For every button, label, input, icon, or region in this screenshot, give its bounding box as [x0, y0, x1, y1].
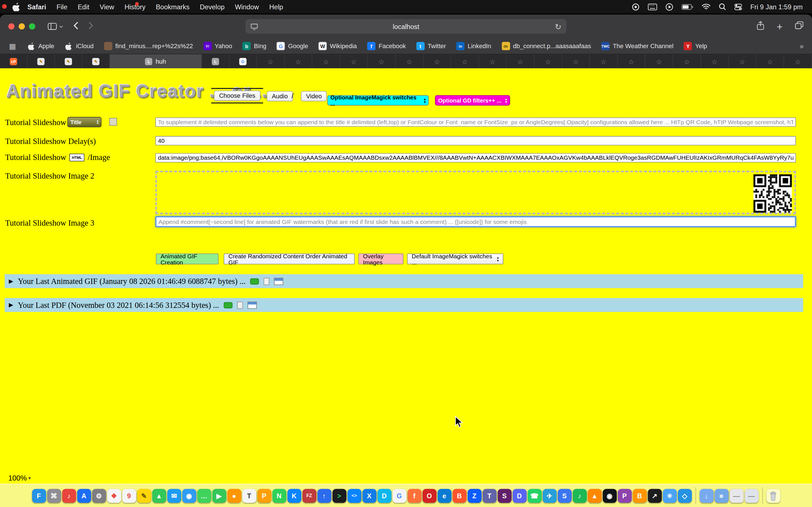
empty-favorite-tab-20[interactable]: ☆ — [784, 54, 812, 69]
imagemagick-switches-select[interactable]: Optional ImageMagick switches ... ▴▾ — [327, 95, 429, 106]
choose-files-button[interactable]: Choose Files — [214, 91, 260, 101]
dock-icon-firefox[interactable]: f — [407, 489, 421, 503]
dock-icon-app-store[interactable]: A — [77, 489, 91, 503]
last-pdf-accordion[interactable]: ▶ Your Last PDF (November 03 2021 06:14:… — [5, 298, 803, 312]
favorite-twitter[interactable]: tTwitter — [416, 42, 446, 50]
address-bar[interactable]: localhost ↻ — [246, 19, 567, 34]
menu-file[interactable]: File — [51, 3, 72, 11]
gd-filters-select[interactable]: Optional GD filters++ ... ▴▾ — [435, 95, 510, 106]
dock-icon-discord[interactable]: D — [512, 489, 526, 503]
overlay-images-button[interactable]: Overlay Images — [358, 253, 403, 265]
menu-bookmarks[interactable]: Bookmarks — [151, 3, 195, 11]
dock-icon-vscode[interactable]: <> — [347, 489, 361, 503]
favorite-favorites-grid[interactable]: ▦ — [8, 42, 16, 50]
empty-favorite-tab-1[interactable]: ☆ — [257, 54, 285, 69]
last-animated-gif-accordion[interactable]: ▶ Your Last Animated GIF (January 08 202… — [5, 274, 803, 288]
dock-icon-pages[interactable]: P — [257, 489, 271, 503]
apple-menu-icon[interactable] — [12, 2, 20, 11]
dock-icon-xcode[interactable]: X — [362, 489, 376, 503]
html-chip-button[interactable]: HTML — [69, 154, 85, 161]
dock-icon-notes[interactable]: ✎ — [137, 489, 151, 503]
dock-icon-settings[interactable]: ⚙ — [92, 489, 106, 503]
dock-icon-chrome[interactable]: G — [392, 489, 406, 503]
empty-favorite-tab-16[interactable]: ☆ — [673, 54, 701, 69]
default-imagemagick-select[interactable]: Default ImageMagick switches ... ▴▾ — [407, 253, 504, 265]
empty-favorite-tab-19[interactable]: ☆ — [756, 54, 784, 69]
play-status-icon[interactable] — [665, 3, 673, 11]
reload-icon[interactable]: ↻ — [555, 22, 561, 31]
dock-icon-vlc[interactable]: ▲ — [588, 489, 602, 503]
new-tab-button[interactable]: + — [777, 21, 782, 31]
dock-icon-filezilla[interactable]: FZ — [302, 489, 316, 503]
animated-gif-creation-button[interactable]: Animated GIF Creation — [156, 253, 218, 265]
dock-icon-music[interactable]: ♪ — [62, 489, 76, 503]
dock-icon-photo-booth[interactable]: ● — [227, 489, 241, 503]
back-button[interactable] — [73, 21, 79, 31]
favorite-google[interactable]: GGoogle — [276, 42, 308, 50]
menu-safari[interactable]: Safari — [22, 3, 51, 11]
audio-button[interactable]: Audio — [267, 91, 293, 101]
close-window-button[interactable] — [8, 23, 14, 30]
title-select[interactable]: Title ▴▾ — [67, 117, 101, 127]
keyboard-icon[interactable] — [648, 3, 657, 10]
empty-favorite-tab-13[interactable]: ☆ — [590, 54, 617, 69]
dock-icon-brave[interactable]: B — [452, 489, 466, 503]
zoom-indicator[interactable]: 100% ▾ — [8, 474, 31, 482]
dock-icon-terminal[interactable]: > — [332, 489, 346, 503]
dock-icon-facetime[interactable]: ▶ — [212, 489, 226, 503]
favorite-find-minus[interactable]: find_minus....rep+%22s%22 — [104, 42, 193, 50]
tab-overview-icon[interactable] — [795, 21, 804, 32]
dock-icon-bluetooth[interactable]: ◇ — [677, 489, 692, 503]
favorite-weather-channel[interactable]: TWCThe Weather Channel — [601, 42, 673, 50]
tab-huh[interactable]: Lhuh — [110, 54, 202, 69]
wifi-icon[interactable] — [702, 4, 710, 10]
share-icon[interactable] — [756, 20, 764, 33]
tab-tab-4[interactable]: ✎ — [82, 54, 110, 69]
delay-input[interactable] — [155, 136, 796, 145]
favorites-overflow-chevron[interactable]: » — [800, 42, 804, 50]
menu-view[interactable]: View — [94, 3, 119, 11]
tab-cpanel[interactable]: cP — [0, 54, 28, 69]
title-color-input[interactable] — [109, 118, 117, 126]
dock-icon-slack[interactable]: S — [497, 489, 511, 503]
favorite-linkedin[interactable]: inLinkedIn — [456, 42, 491, 50]
image-data-url-input[interactable] — [155, 153, 796, 163]
dock-icon-teams[interactable]: T — [483, 489, 497, 503]
dock-icon-messages[interactable]: … — [197, 489, 211, 503]
dock-icon-opera[interactable]: O — [422, 489, 437, 503]
title-config-input[interactable] — [155, 117, 796, 127]
dock-icon-numbers[interactable]: N — [272, 489, 286, 503]
dock-icon-minimized-window-1[interactable]: — — [729, 489, 744, 503]
empty-favorite-tab-11[interactable]: ☆ — [534, 54, 562, 69]
page-settings-icon[interactable] — [251, 23, 258, 30]
dock-icon-obs[interactable]: ◉ — [603, 489, 617, 503]
watermark-comment-input[interactable] — [155, 216, 796, 227]
dock-icon-books[interactable]: B — [633, 489, 647, 503]
zoom-window-button[interactable] — [29, 23, 35, 30]
menu-develop[interactable]: Develop — [195, 3, 230, 11]
randomized-gif-button[interactable]: Create Randomized Content Order Animated… — [223, 253, 355, 265]
empty-favorite-tab-2[interactable]: ☆ — [285, 54, 312, 69]
dock-icon-docker[interactable]: D — [377, 489, 391, 503]
favorite-db-connect[interactable]: dbdb_connect.p...aaasaaafaas — [502, 42, 591, 50]
menu-help[interactable]: Help — [264, 3, 289, 11]
favorite-icloud[interactable]: iCloud — [64, 42, 94, 50]
screen-mirroring-icon[interactable] — [632, 3, 640, 11]
dock-icon-maps[interactable]: ▲ — [152, 489, 166, 503]
dock-icon-zoom-app[interactable]: Z — [467, 489, 481, 503]
empty-favorite-tab-3[interactable]: ☆ — [312, 54, 340, 69]
empty-favorite-tab-7[interactable]: ☆ — [423, 54, 451, 69]
dock-icon-trash[interactable] — [766, 489, 780, 503]
dock-icon-minimized-window-2[interactable]: — — [744, 489, 758, 503]
dock-icon-finder[interactable]: F — [32, 489, 46, 503]
favorite-wikipedia[interactable]: WWikipedia — [319, 42, 357, 50]
dock-icon-signal[interactable]: S — [557, 489, 571, 503]
favorite-apple[interactable]: Apple — [27, 42, 54, 50]
menu-window[interactable]: Window — [230, 3, 264, 11]
favorite-yelp[interactable]: YYelp — [684, 42, 707, 50]
empty-favorite-tab-6[interactable]: ☆ — [396, 54, 423, 69]
empty-favorite-tab-18[interactable]: ☆ — [728, 54, 756, 69]
tab-tab-2[interactable]: ✎ — [28, 54, 55, 69]
dock-icon-weather[interactable]: ☀ — [663, 489, 677, 503]
tab-google-tab[interactable]: G — [230, 54, 257, 69]
